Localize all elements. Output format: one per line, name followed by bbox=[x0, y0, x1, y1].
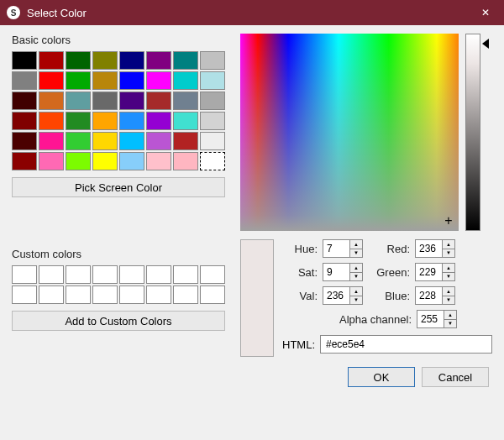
basic-swatch[interactable] bbox=[39, 71, 64, 90]
custom-swatch[interactable] bbox=[66, 265, 91, 284]
basic-swatch[interactable] bbox=[146, 71, 171, 90]
sat-down[interactable]: ▼ bbox=[349, 273, 363, 282]
basic-swatch[interactable] bbox=[173, 112, 198, 130]
basic-swatch[interactable] bbox=[66, 152, 91, 170]
basic-swatch[interactable] bbox=[92, 132, 118, 150]
custom-swatch[interactable] bbox=[12, 265, 37, 284]
custom-swatch[interactable] bbox=[92, 285, 118, 304]
alpha-up[interactable]: ▲ bbox=[444, 310, 457, 320]
basic-swatch[interactable] bbox=[146, 152, 171, 170]
basic-swatch[interactable] bbox=[66, 92, 91, 110]
red-up[interactable]: ▲ bbox=[442, 239, 455, 249]
basic-swatch[interactable] bbox=[12, 112, 37, 130]
basic-swatch[interactable] bbox=[12, 51, 37, 70]
hue-stepper[interactable]: ▲▼ bbox=[323, 239, 365, 258]
custom-swatch[interactable] bbox=[200, 265, 225, 284]
basic-swatch[interactable] bbox=[66, 51, 91, 70]
basic-swatch[interactable] bbox=[92, 152, 118, 170]
basic-swatch[interactable] bbox=[119, 112, 144, 130]
val-input[interactable] bbox=[323, 286, 349, 305]
basic-swatch[interactable] bbox=[200, 92, 225, 110]
alpha-down[interactable]: ▼ bbox=[444, 320, 457, 329]
val-up[interactable]: ▲ bbox=[349, 286, 363, 296]
alpha-stepper[interactable]: ▲▼ bbox=[417, 310, 457, 328]
basic-swatch[interactable] bbox=[200, 112, 225, 130]
val-stepper[interactable]: ▲▼ bbox=[323, 286, 365, 305]
custom-swatch[interactable] bbox=[173, 265, 198, 284]
custom-swatch[interactable] bbox=[12, 285, 37, 304]
close-button[interactable]: ✕ bbox=[466, 0, 504, 25]
custom-swatch[interactable] bbox=[66, 285, 91, 304]
hue-input[interactable] bbox=[323, 239, 349, 258]
sat-up[interactable]: ▲ bbox=[349, 263, 363, 273]
basic-swatch[interactable] bbox=[66, 132, 91, 150]
custom-swatch[interactable] bbox=[146, 265, 171, 284]
green-down[interactable]: ▼ bbox=[442, 273, 455, 282]
basic-swatch[interactable] bbox=[200, 152, 225, 170]
red-down[interactable]: ▼ bbox=[442, 249, 455, 259]
hue-down[interactable]: ▼ bbox=[349, 249, 363, 259]
ok-button[interactable]: OK bbox=[348, 367, 415, 387]
basic-swatch[interactable] bbox=[39, 112, 64, 130]
basic-swatch[interactable] bbox=[200, 51, 225, 70]
custom-swatch[interactable] bbox=[173, 285, 198, 304]
custom-swatch[interactable] bbox=[39, 265, 64, 284]
custom-swatch[interactable] bbox=[119, 265, 144, 284]
html-input[interactable] bbox=[320, 335, 492, 354]
basic-swatch[interactable] bbox=[39, 152, 64, 170]
basic-swatch[interactable] bbox=[146, 112, 171, 130]
basic-swatch[interactable] bbox=[173, 71, 198, 90]
value-slider[interactable] bbox=[465, 34, 480, 231]
basic-swatch[interactable] bbox=[39, 132, 64, 150]
blue-down[interactable]: ▼ bbox=[442, 296, 455, 306]
sat-stepper[interactable]: ▲▼ bbox=[323, 263, 365, 281]
blue-stepper[interactable]: ▲▼ bbox=[415, 286, 457, 305]
custom-swatch[interactable] bbox=[146, 285, 171, 304]
basic-swatch[interactable] bbox=[39, 92, 64, 110]
hue-up[interactable]: ▲ bbox=[349, 239, 363, 249]
basic-swatch[interactable] bbox=[119, 51, 144, 70]
red-stepper[interactable]: ▲▼ bbox=[415, 239, 457, 258]
basic-swatch[interactable] bbox=[119, 132, 144, 150]
custom-swatch[interactable] bbox=[39, 285, 64, 304]
add-to-custom-colors-button[interactable]: Add to Custom Colors bbox=[12, 311, 225, 331]
basic-swatch[interactable] bbox=[173, 92, 198, 110]
value-slider-handle[interactable] bbox=[482, 39, 489, 49]
custom-swatch[interactable] bbox=[200, 285, 225, 304]
red-input[interactable] bbox=[415, 239, 442, 258]
green-stepper[interactable]: ▲▼ bbox=[415, 263, 457, 281]
custom-swatch[interactable] bbox=[119, 285, 144, 304]
basic-swatch[interactable] bbox=[146, 92, 171, 110]
green-up[interactable]: ▲ bbox=[442, 263, 455, 273]
custom-swatch[interactable] bbox=[92, 265, 118, 284]
basic-swatch[interactable] bbox=[146, 51, 171, 70]
green-input[interactable] bbox=[415, 263, 442, 281]
basic-swatch[interactable] bbox=[92, 71, 118, 90]
basic-swatch[interactable] bbox=[200, 132, 225, 150]
basic-swatch[interactable] bbox=[92, 92, 118, 110]
basic-swatch[interactable] bbox=[200, 71, 225, 90]
sat-input[interactable] bbox=[323, 263, 349, 281]
basic-swatch[interactable] bbox=[12, 92, 37, 110]
cancel-button[interactable]: Cancel bbox=[422, 367, 489, 387]
basic-swatch[interactable] bbox=[173, 132, 198, 150]
basic-swatch[interactable] bbox=[39, 51, 64, 70]
basic-swatch[interactable] bbox=[92, 51, 118, 70]
basic-swatch[interactable] bbox=[119, 71, 144, 90]
basic-swatch[interactable] bbox=[119, 92, 144, 110]
hue-sat-picker[interactable]: + bbox=[240, 34, 459, 231]
blue-input[interactable] bbox=[415, 286, 442, 305]
basic-swatch[interactable] bbox=[12, 152, 37, 170]
basic-swatch[interactable] bbox=[66, 71, 91, 90]
basic-swatch[interactable] bbox=[119, 152, 144, 170]
basic-swatch[interactable] bbox=[66, 112, 91, 130]
blue-up[interactable]: ▲ bbox=[442, 286, 455, 296]
basic-swatch[interactable] bbox=[173, 152, 198, 170]
basic-swatch[interactable] bbox=[146, 132, 171, 150]
basic-swatch[interactable] bbox=[92, 112, 118, 130]
basic-swatch[interactable] bbox=[12, 71, 37, 90]
alpha-input[interactable] bbox=[417, 310, 444, 328]
basic-swatch[interactable] bbox=[173, 51, 198, 70]
pick-screen-color-button[interactable]: Pick Screen Color bbox=[12, 177, 225, 197]
val-down[interactable]: ▼ bbox=[349, 296, 363, 306]
